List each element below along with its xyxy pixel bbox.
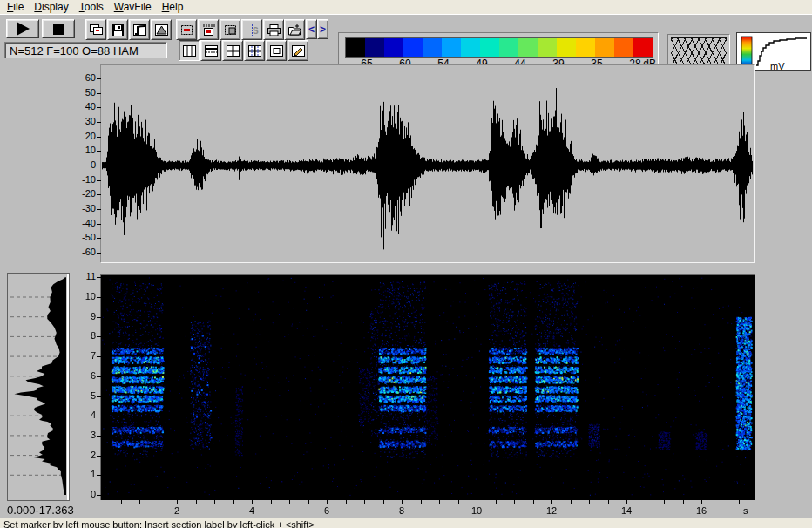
spectrogram-y-tick-label: 8 bbox=[66, 330, 96, 341]
status-bar: Set marker by left mouse button; Insert … bbox=[0, 518, 812, 528]
transfer-curve-button[interactable] bbox=[129, 19, 150, 40]
next-button[interactable]: > bbox=[317, 19, 328, 39]
colorbar-cell bbox=[595, 38, 614, 57]
edit-pencil-button[interactable] bbox=[288, 40, 308, 61]
inner-frame-button[interactable] bbox=[266, 40, 287, 61]
grid-s-button[interactable]: S bbox=[241, 19, 262, 40]
grid-cross-icon bbox=[227, 45, 240, 57]
time-unit-label: s bbox=[743, 505, 748, 516]
spectrogram-x-tick-label: 10 bbox=[468, 505, 485, 516]
spectrogram-x-tick bbox=[383, 500, 384, 504]
print-button[interactable] bbox=[263, 19, 284, 40]
spectrogram-x-tick bbox=[214, 500, 215, 504]
spectrogram-y-tick bbox=[97, 376, 101, 377]
spectrogram-x-tick bbox=[739, 500, 740, 504]
spectrogram-x-tick bbox=[551, 500, 552, 504]
menu-file[interactable]: File bbox=[3, 1, 30, 14]
menu-display[interactable]: Display bbox=[30, 1, 75, 14]
spectrogram-x-tick bbox=[346, 500, 347, 504]
colorbar-cell bbox=[538, 38, 557, 57]
waveform-unit-label: mV bbox=[770, 61, 785, 71]
average-spectrum-shape bbox=[15, 277, 67, 495]
stop-icon bbox=[53, 24, 64, 35]
open-file-button[interactable] bbox=[284, 19, 305, 40]
spectrogram-x-tick-label: 4 bbox=[243, 505, 261, 516]
chevron-left-icon: < bbox=[308, 24, 315, 36]
spectrogram-x-tick bbox=[721, 500, 721, 504]
waveform-y-tick bbox=[97, 122, 101, 123]
spectrogram-y-tick bbox=[97, 475, 101, 476]
spectrogram-y-tick-label: 2 bbox=[66, 450, 96, 460]
fft-settings-field[interactable]: N=512 F=100 O=88 HAM bbox=[4, 42, 167, 58]
menu-wavfile[interactable]: WavFile bbox=[111, 1, 159, 14]
colorbar-cell bbox=[384, 38, 403, 57]
spectrogram-x-tick bbox=[159, 500, 159, 504]
status-text: Set marker by left mouse button; Insert … bbox=[3, 519, 315, 528]
grid-vertical-button[interactable] bbox=[179, 40, 200, 61]
play-icon bbox=[17, 22, 30, 36]
section-label-icon bbox=[180, 24, 193, 36]
save-button[interactable] bbox=[107, 19, 128, 40]
grid-horizontal-icon bbox=[205, 45, 218, 57]
menu-help[interactable]: Help bbox=[159, 1, 191, 14]
waveform-canvas[interactable] bbox=[102, 66, 754, 261]
spectrogram-canvas[interactable] bbox=[102, 276, 754, 498]
crosshatch-icon bbox=[671, 37, 727, 65]
grid-cross-alt-button[interactable] bbox=[244, 40, 265, 61]
waveform-y-tick-label: 0 bbox=[63, 159, 96, 170]
average-spectrum-panel[interactable] bbox=[7, 273, 70, 501]
section-label-button[interactable] bbox=[176, 19, 197, 40]
colorbar-cell bbox=[557, 38, 576, 57]
grid-s-icon: S bbox=[246, 24, 259, 36]
spectrogram-x-tick bbox=[327, 500, 328, 504]
spectrogram-y-tick-label: 9 bbox=[66, 311, 96, 322]
svg-text:S: S bbox=[253, 26, 259, 36]
spectrogram-x-tick bbox=[683, 500, 684, 504]
toolbar: S < > N=512 F=100 O=88 HAM bbox=[0, 15, 812, 61]
menu-tools[interactable]: Tools bbox=[76, 1, 111, 14]
transfer-curve-icon bbox=[133, 24, 146, 36]
spectrogram-y-tick bbox=[97, 495, 101, 496]
copy-display-button[interactable] bbox=[85, 19, 106, 40]
spectrogram-x-tick bbox=[252, 500, 253, 504]
spectrogram-x-tick-label: 14 bbox=[618, 505, 635, 516]
ruler-marks-button[interactable] bbox=[198, 19, 219, 40]
waveform-y-tick bbox=[97, 93, 101, 94]
waveform-y-tick-label: 50 bbox=[63, 87, 96, 98]
spectrogram-x-tick bbox=[458, 500, 459, 504]
stop-button[interactable] bbox=[42, 19, 75, 38]
waveform-y-tick bbox=[97, 209, 101, 210]
waveform-y-tick-label: -10 bbox=[63, 174, 96, 185]
waveform-y-tick bbox=[97, 224, 101, 225]
waveform-y-tick bbox=[97, 78, 101, 79]
spectrogram-y-tick-label: 11 bbox=[66, 271, 96, 281]
waveform-y-tick bbox=[97, 107, 101, 108]
spectrogram-y-tick bbox=[97, 336, 101, 337]
waveform-y-tick-label: -30 bbox=[63, 203, 96, 213]
spectrogram-y-tick bbox=[97, 456, 101, 457]
spectrogram-x-tick bbox=[571, 500, 572, 504]
spectrogram-y-tick bbox=[97, 416, 101, 416]
spectrogram-x-tick bbox=[402, 500, 403, 504]
prev-button[interactable]: < bbox=[306, 19, 317, 39]
waveform-y-tick-label: -60 bbox=[63, 247, 96, 257]
zoom-select-button[interactable] bbox=[220, 19, 240, 40]
window-function-button[interactable] bbox=[151, 19, 172, 40]
waveform-y-tick-label: 60 bbox=[63, 72, 96, 83]
spectrogram-x-tick bbox=[289, 500, 290, 504]
spectrogram-x-tick bbox=[646, 500, 646, 504]
grid-horizontal-button[interactable] bbox=[200, 40, 221, 61]
spectrogram-x-tick bbox=[121, 500, 122, 504]
spectrogram-x-tick bbox=[608, 500, 609, 504]
zoom-select-icon bbox=[224, 24, 237, 36]
spectrogram-x-tick bbox=[589, 500, 590, 504]
waveform-y-tick bbox=[97, 180, 101, 181]
spectrogram-y-tick bbox=[97, 317, 101, 318]
play-button[interactable] bbox=[6, 19, 39, 38]
spectrogram-y-tick bbox=[97, 277, 101, 278]
spectrogram-y-tick-label: 0 bbox=[66, 489, 96, 499]
spectrogram-x-tick-label: 8 bbox=[393, 505, 410, 516]
grid-cross-button[interactable] bbox=[222, 40, 243, 61]
hatch-pattern-box[interactable] bbox=[667, 34, 730, 69]
spectrogram-x-tick bbox=[664, 500, 665, 504]
